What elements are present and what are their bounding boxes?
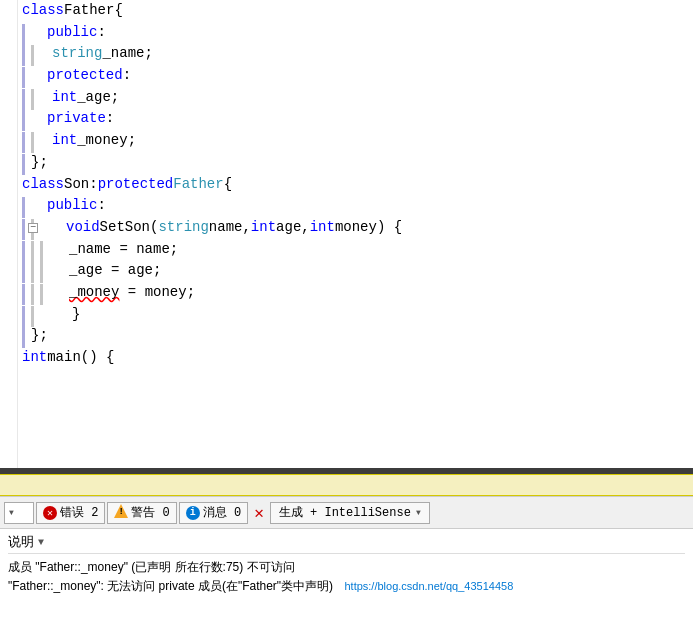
code-line: }	[18, 306, 693, 328]
build-button[interactable]: 生成 + IntelliSense ▼	[270, 502, 430, 524]
error-icon: ✕	[43, 506, 57, 520]
description-line-2: "Father::_money": 无法访问 private 成员(在"Fath…	[8, 577, 685, 596]
url-link[interactable]: https://blog.csdn.net/qq_43514458	[344, 580, 513, 592]
code-line: protected:	[18, 67, 693, 89]
dropdown-arrow-icon: ▼	[9, 508, 14, 517]
description-header: 说明 ▼	[8, 533, 685, 554]
bottom-panel: ▼ ✕ 错误 2 ! 警告 0 i 消息 0 ✕ 生成 + IntelliSen…	[0, 474, 693, 629]
code-line: _money = money;	[18, 284, 693, 306]
description-text: 成员 "Father::_money" (已声明 所在行数:75) 不可访问 "…	[8, 558, 685, 596]
code-line: _name = name;	[18, 241, 693, 263]
code-line: public:	[18, 197, 693, 219]
description-line-1: 成员 "Father::_money" (已声明 所在行数:75) 不可访问	[8, 558, 685, 577]
error-squiggly: _money	[69, 284, 119, 300]
x-button[interactable]: ✕	[254, 503, 264, 523]
output-dropdown[interactable]: ▼	[4, 502, 34, 524]
code-line: int _money;	[18, 132, 693, 154]
code-editor[interactable]: − class Father { public: string _name; p…	[0, 0, 693, 468]
error-badge[interactable]: ✕ 错误 2	[36, 502, 105, 524]
warning-icon: !	[118, 507, 123, 517]
build-dropdown-arrow-icon: ▼	[416, 508, 421, 517]
code-line: private:	[18, 110, 693, 132]
code-line: − int main() {	[18, 349, 693, 371]
dropdown-arrow-icon: ▼	[38, 537, 44, 548]
info-icon: i	[186, 506, 200, 520]
code-line: − void SetSon(string name, int age, int …	[18, 219, 693, 241]
code-line: int _age;	[18, 89, 693, 111]
build-label: 生成 + IntelliSense	[279, 504, 411, 521]
warning-badge[interactable]: ! 警告 0	[107, 502, 176, 524]
code-line: − class Son:protected Father {	[18, 176, 693, 198]
info-badge[interactable]: i 消息 0	[179, 502, 248, 524]
code-line: string _name;	[18, 45, 693, 67]
info-label: 消息 0	[203, 504, 241, 521]
yellow-bar	[0, 474, 693, 496]
description-panel: 说明 ▼ 成员 "Father::_money" (已声明 所在行数:75) 不…	[0, 528, 693, 629]
code-line: − class Father {	[18, 2, 693, 24]
bottom-toolbar: ▼ ✕ 错误 2 ! 警告 0 i 消息 0 ✕ 生成 + IntelliSen…	[0, 496, 693, 528]
x-icon: ✕	[254, 503, 264, 523]
code-line: };	[18, 154, 693, 176]
error-label: 错误 2	[60, 504, 98, 521]
code-line: };	[18, 327, 693, 349]
warning-label: 警告 0	[131, 504, 169, 521]
code-lines: − class Father { public: string _name; p…	[18, 0, 693, 468]
description-title: 说明	[8, 533, 34, 551]
code-line: _age = age;	[18, 262, 693, 284]
collapse-button[interactable]: −	[28, 223, 38, 233]
code-line: public:	[18, 24, 693, 46]
